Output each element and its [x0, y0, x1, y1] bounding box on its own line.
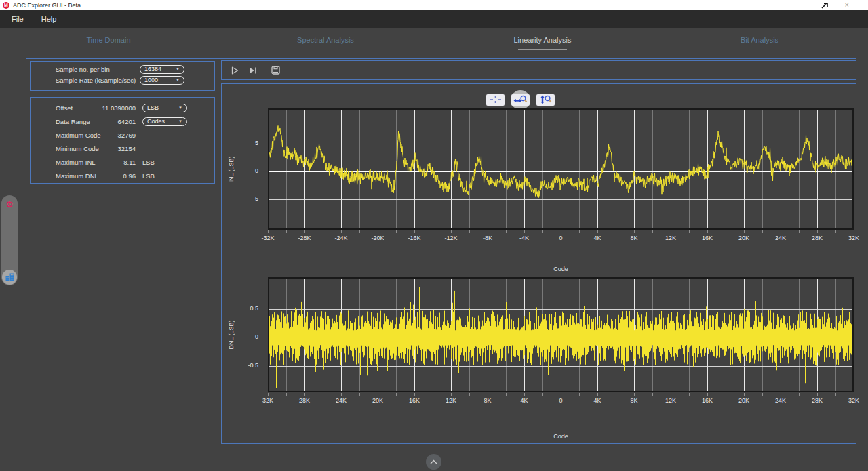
x-tick-label: 24K — [769, 234, 792, 241]
y-tick-label: 0 — [235, 167, 258, 174]
app-logo-icon: M — [3, 2, 9, 9]
x-tick-label: 28K — [806, 397, 829, 404]
sample-no-label: Sample no. per bin — [56, 66, 110, 73]
inl-y-axis-label: INL (LSB) — [228, 156, 235, 182]
x-tick-label: 8K — [623, 397, 646, 404]
x-tick-label: -4K — [513, 234, 536, 241]
x-tick-label: 12K — [439, 397, 462, 404]
data-range-unit-value: Codes — [147, 118, 165, 125]
dock-logo-circle[interactable] — [2, 270, 17, 285]
linearity-content-panel: Sample no. per bin 16384 ▼ Sample Rate (… — [26, 58, 856, 445]
chevron-down-icon: ▼ — [176, 67, 180, 71]
x-tick-label: -20K — [366, 234, 389, 241]
inl-x-ticks: -32K-28K-24K-20K-16K-12K-8K-4K04K8K12K16… — [268, 234, 854, 243]
offset-unit-dropdown[interactable]: LSB ▼ — [142, 104, 187, 112]
side-dock-handle[interactable]: ⚙ — [1, 195, 18, 285]
maximum-dnl-row: Maximum DNL 0.96 LSB — [31, 169, 214, 182]
tabstrip: Time Domain Spectral Analysis Linearity … — [0, 28, 868, 58]
y-tick-label: 0 — [235, 333, 258, 340]
close-button[interactable]: × — [845, 1, 849, 9]
dnl-x-tickmarks — [268, 393, 854, 396]
y-tick-label: 5 — [235, 140, 258, 146]
x-tick-label: 24K — [330, 397, 353, 404]
x-tick-label: 12K — [659, 234, 682, 241]
menubar: File Help — [0, 10, 868, 28]
maximum-code-value: 32769 — [99, 131, 136, 139]
maximum-dnl-unit: LSB — [142, 172, 190, 180]
gear-icon[interactable]: ⚙ — [5, 200, 14, 209]
data-range-label: Data Range — [56, 118, 99, 125]
inl-plot-area[interactable] — [268, 108, 854, 230]
x-tick-label: 4K — [513, 397, 536, 404]
x-tick-label: 32K — [842, 234, 865, 241]
x-tick-label: 20K — [366, 397, 389, 404]
inl-x-axis-label: Code — [268, 266, 854, 272]
save-button[interactable] — [269, 64, 281, 77]
y-tick-label: 0.5 — [235, 305, 258, 312]
sample-rate-label: Sample Rate (kSample/sec) — [56, 77, 136, 84]
x-tick-label: 12K — [659, 397, 682, 404]
x-tick-label: 8K — [623, 234, 646, 241]
x-tick-label: 20K — [732, 234, 755, 241]
sampling-settings-box: Sample no. per bin 16384 ▼ Sample Rate (… — [30, 61, 215, 91]
x-tick-label: 28K — [806, 234, 829, 241]
play-button[interactable] — [229, 64, 241, 77]
x-tick-label: 0 — [549, 397, 572, 404]
data-range-value: 64201 — [99, 118, 136, 125]
minimum-code-row: Minimum Code 32154 — [31, 142, 214, 155]
menu-help[interactable]: Help — [33, 15, 66, 23]
sample-no-dropdown[interactable]: 16384 ▼ — [140, 65, 184, 74]
minimum-code-value: 32154 — [99, 145, 136, 152]
dnl-y-ticks: 0.50-0.5 — [239, 277, 264, 443]
tab-spectral-analysis[interactable]: Spectral Analysis — [217, 28, 434, 58]
window-title: ADC Explorer GUI - Beta — [13, 2, 81, 9]
offset-value: 11.0390000 — [99, 104, 136, 112]
tab-linearity-analysis[interactable]: Linearity Analysis — [434, 28, 651, 58]
vertical-zoom-button[interactable] — [536, 94, 555, 106]
x-tick-label: -32K — [256, 234, 279, 241]
y-tick-label: -0.5 — [235, 362, 258, 369]
step-forward-button[interactable] — [247, 64, 259, 77]
charts-panel: INL (LSB) 505 -32K-28K-24K-20K-16K-12K-8… — [221, 83, 856, 444]
zoom-toolbar — [486, 89, 555, 110]
expand-bottom-panel-button[interactable] — [426, 454, 441, 470]
x-tick-label: 16K — [696, 234, 719, 241]
tab-time-domain[interactable]: Time Domain — [0, 28, 217, 58]
inl-chart: INL (LSB) 505 -32K-28K-24K-20K-16K-12K-8… — [222, 108, 857, 278]
horizontal-zoom-selected-ring — [511, 90, 530, 110]
x-tick-label: 16K — [403, 397, 426, 404]
tab-label: Time Domain — [87, 36, 131, 44]
dnl-y-axis-label: DNL (LSB) — [228, 320, 235, 349]
maximum-dnl-label: Maximum DNL — [56, 172, 99, 180]
tab-bit-analysis[interactable]: Bit Analysis — [651, 28, 868, 58]
minimum-code-label: Minimum Code — [56, 145, 99, 152]
maximum-inl-value: 8.11 — [99, 159, 136, 166]
chart-toolbar — [221, 60, 856, 80]
offset-unit-value: LSB — [147, 104, 159, 111]
inl-x-tickmarks — [268, 230, 854, 233]
x-tick-label: 4K — [586, 234, 609, 241]
x-tick-label: -28K — [293, 234, 316, 241]
chevron-down-icon: ▼ — [178, 106, 182, 110]
tab-label: Spectral Analysis — [297, 36, 354, 44]
data-range-row: Data Range 64201 Codes ▼ — [31, 115, 214, 128]
horizontal-zoom-button[interactable] — [511, 94, 530, 106]
region-zoom-button[interactable] — [486, 94, 505, 106]
x-tick-label: 0 — [549, 234, 572, 241]
sample-no-row: Sample no. per bin 16384 ▼ — [31, 64, 214, 75]
x-tick-label: 4K — [586, 397, 609, 404]
x-tick-label: 32K — [842, 397, 865, 404]
sample-rate-value: 1000 — [144, 77, 158, 83]
x-tick-label: -8K — [476, 234, 499, 241]
chevron-down-icon: ▼ — [178, 119, 182, 123]
dnl-plot-area[interactable] — [268, 277, 854, 392]
sample-rate-dropdown[interactable]: 1000 ▼ — [140, 76, 184, 85]
offset-row: Offset 11.0390000 LSB ▼ — [31, 101, 214, 115]
linearity-stats-box: Offset 11.0390000 LSB ▼ Data Range 64201… — [30, 97, 215, 184]
data-range-unit-dropdown[interactable]: Codes ▼ — [142, 117, 187, 126]
x-tick-label: -12K — [439, 234, 462, 241]
sample-no-value: 16384 — [144, 66, 161, 73]
x-tick-label: 24K — [769, 397, 792, 404]
x-tick-label: 8K — [476, 397, 499, 404]
menu-file[interactable]: File — [3, 15, 33, 23]
